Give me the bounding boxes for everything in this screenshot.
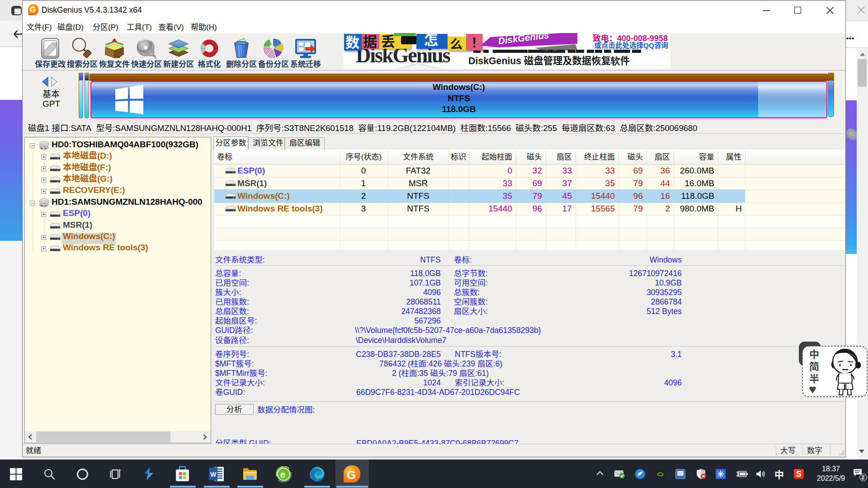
svg-text:e: e xyxy=(280,469,286,479)
svg-text:W: W xyxy=(210,471,217,478)
